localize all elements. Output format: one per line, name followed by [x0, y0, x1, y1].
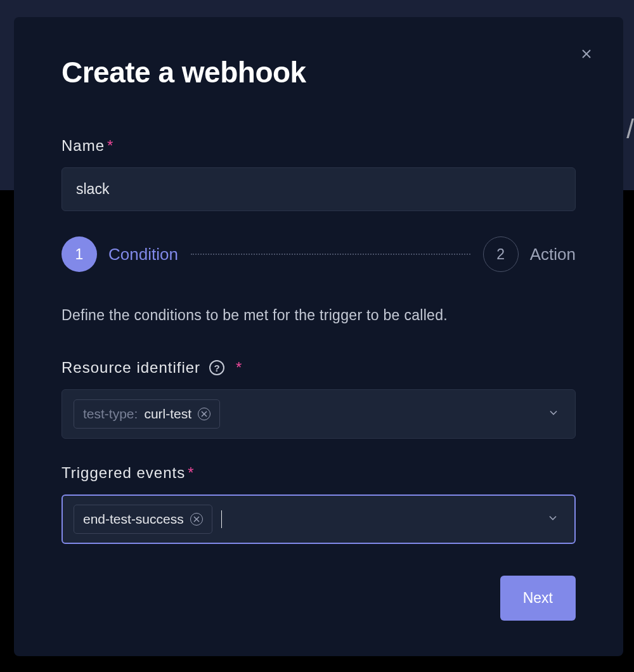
remove-icon	[201, 411, 207, 417]
triggered-events-field-group: Triggered events* end-test-success	[61, 464, 576, 544]
step-2-circle: 2	[483, 236, 519, 272]
remove-icon	[193, 516, 200, 522]
tag-key: test-type:	[83, 406, 138, 422]
condition-description: Define the conditions to be met for the …	[61, 307, 576, 324]
event-tag: end-test-success	[74, 505, 212, 534]
resource-tag: test-type: curl-test	[74, 399, 220, 429]
remove-tag-button[interactable]	[190, 513, 203, 526]
chevron-down-icon	[547, 512, 559, 527]
name-input[interactable]	[61, 167, 576, 211]
next-button[interactable]: Next	[500, 576, 576, 621]
required-indicator: *	[236, 359, 242, 377]
resource-identifier-select[interactable]: test-type: curl-test	[61, 389, 576, 439]
step-1-label: Condition	[108, 245, 178, 264]
required-indicator: *	[188, 464, 194, 481]
triggered-events-label: Triggered events*	[61, 464, 576, 482]
backdrop-text: /	[626, 114, 634, 145]
text-cursor	[221, 510, 222, 528]
step-connector	[191, 254, 470, 255]
remove-tag-button[interactable]	[198, 408, 210, 420]
create-webhook-modal: Create a webhook Name* 1 Condition 2 Act…	[14, 17, 623, 656]
step-2-label: Action	[530, 245, 576, 264]
resource-identifier-label: Resource identifier	[61, 359, 200, 377]
close-button[interactable]	[574, 41, 599, 67]
step-condition[interactable]: 1 Condition	[61, 236, 178, 272]
tag-value: curl-test	[144, 406, 191, 422]
name-label: Name*	[61, 137, 576, 155]
step-action[interactable]: 2 Action	[483, 236, 576, 272]
step-1-circle: 1	[61, 236, 97, 272]
name-field-group: Name*	[61, 137, 576, 211]
chevron-down-icon	[547, 406, 560, 422]
triggered-events-select[interactable]: end-test-success	[61, 494, 576, 544]
tag-value: end-test-success	[83, 512, 184, 527]
button-row: Next	[61, 576, 576, 621]
help-icon[interactable]: ?	[209, 360, 224, 375]
required-indicator: *	[107, 137, 113, 154]
close-icon	[579, 46, 594, 61]
resource-identifier-field-group: Resource identifier ? * test-type: curl-…	[61, 359, 576, 439]
modal-title: Create a webhook	[61, 55, 576, 89]
wizard-stepper: 1 Condition 2 Action	[61, 236, 576, 272]
